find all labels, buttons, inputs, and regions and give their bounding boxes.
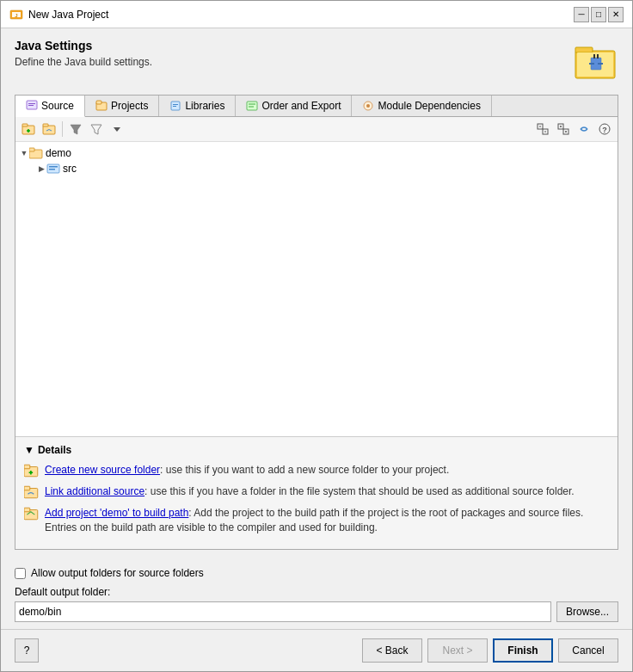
window-icon: J	[9, 8, 23, 22]
output-folder-input-row: Browse...	[15, 601, 618, 622]
src-expand-arrow[interactable]: ▶	[36, 163, 46, 174]
checkbox-row: Allow output folders for source folders	[15, 567, 618, 579]
link-source-btn[interactable]	[40, 120, 58, 139]
back-button[interactable]: < Back	[362, 638, 422, 663]
svg-marker-32	[114, 127, 120, 132]
detail-3-text: Add project 'demo' to build path: Add th…	[45, 506, 609, 535]
tab-order-export[interactable]: Order and Export	[236, 96, 352, 116]
tab-libraries[interactable]: Libraries	[159, 96, 236, 116]
detail-item-1: Create new source folder: use this if yo…	[24, 463, 609, 478]
help-toolbar-btn[interactable]: ?	[595, 120, 614, 139]
tab-source-label: Source	[41, 100, 74, 112]
toolbar-help-icon: ?	[598, 122, 611, 136]
svg-rect-25	[22, 124, 28, 126]
svg-rect-13	[28, 105, 34, 106]
footer-actions: < Back Next > Finish Cancel	[362, 638, 618, 663]
root-expand-arrow[interactable]: ▼	[19, 148, 29, 158]
finish-button[interactable]: Finish	[493, 638, 553, 663]
maximize-button[interactable]: □	[591, 7, 606, 22]
projects-tab-icon	[95, 100, 108, 112]
detail-3-icon	[24, 507, 40, 521]
filter2-btn[interactable]	[87, 120, 106, 139]
allow-output-folders-checkbox[interactable]	[15, 568, 26, 579]
close-button[interactable]: ✕	[608, 7, 624, 22]
tab-source[interactable]: Source	[15, 96, 85, 117]
add-source-folder-btn[interactable]	[19, 120, 38, 139]
svg-rect-8	[597, 54, 599, 59]
folder-settings-icon	[574, 39, 618, 83]
expand-all-icon	[556, 122, 570, 136]
svg-rect-17	[173, 104, 178, 105]
svg-rect-46	[29, 148, 34, 151]
tab-projects[interactable]: Projects	[85, 96, 159, 116]
detail-1-link[interactable]: Create new source folder	[45, 464, 160, 476]
source-tab-icon	[26, 100, 38, 112]
svg-rect-19	[247, 102, 257, 110]
toolbar-right: ?	[533, 120, 614, 139]
title-bar-left: J New Java Project	[9, 8, 108, 22]
page-subtitle: Define the Java build settings.	[15, 56, 152, 68]
detail-3-link[interactable]: Add project 'demo' to build path	[45, 507, 188, 519]
output-folder-input[interactable]	[15, 601, 551, 622]
detail-2-link[interactable]: Link additional source	[45, 485, 144, 497]
allow-output-folders-label[interactable]: Allow output folders for source folders	[31, 567, 204, 579]
browse-button[interactable]: Browse...	[556, 601, 618, 622]
tree-root-item[interactable]: ▼ demo	[19, 145, 614, 161]
tree-area: ▼ demo ▶ src	[15, 142, 618, 436]
window: J New Java Project ─ □ ✕ Java Settings D…	[0, 0, 633, 672]
detail-2-text: Link additional source: use this if you …	[45, 484, 575, 499]
output-folder-row: Default output folder: Browse...	[15, 586, 618, 622]
svg-rect-55	[24, 487, 30, 491]
order-export-tab-icon	[246, 100, 258, 112]
link-btn[interactable]	[575, 120, 593, 139]
filter-btn[interactable]	[66, 120, 85, 139]
tab-libraries-label: Libraries	[185, 100, 224, 112]
footer: ? < Back Next > Finish Cancel	[1, 629, 632, 671]
svg-rect-49	[49, 169, 55, 170]
help-icon: ?	[24, 644, 30, 657]
tab-module-deps-label: Module Dependencies	[378, 100, 480, 112]
title-bar: J New Java Project ─ □ ✕	[1, 1, 632, 28]
collapse-all-btn[interactable]	[533, 120, 552, 139]
detail-2-desc: : use this if you have a folder in the f…	[144, 485, 575, 497]
collapse-all-icon	[536, 122, 550, 136]
detail-1-text: Create new source folder: use this if yo…	[45, 463, 449, 478]
more-dropdown-btn[interactable]	[108, 120, 126, 139]
svg-rect-57	[24, 509, 30, 513]
details-label: Details	[38, 444, 71, 456]
page-title: Java Settings	[15, 39, 152, 52]
svg-marker-31	[91, 125, 101, 134]
details-title[interactable]: ▼ Details	[24, 444, 609, 456]
help-button[interactable]: ?	[15, 638, 39, 663]
svg-rect-4	[575, 47, 593, 52]
tab-module-deps[interactable]: Module Dependencies	[352, 96, 491, 116]
svg-rect-48	[49, 166, 58, 168]
module-deps-tab-icon	[362, 100, 374, 112]
footer-help: ?	[15, 638, 39, 663]
details-expand-icon: ▼	[24, 444, 34, 456]
tree-child-area: ▶ src	[36, 161, 614, 176]
tab-order-export-label: Order and Export	[261, 100, 341, 112]
next-button[interactable]: Next >	[427, 638, 488, 663]
svg-text:?: ?	[602, 126, 607, 134]
link-folder-icon	[42, 122, 56, 136]
cancel-button[interactable]: Cancel	[558, 638, 618, 663]
minimize-button[interactable]: ─	[574, 7, 589, 22]
dropdown-arrow-icon	[110, 122, 124, 136]
svg-rect-9	[589, 63, 594, 65]
svg-rect-18	[173, 106, 176, 107]
link-icon	[577, 122, 591, 136]
src-package-icon	[46, 163, 60, 175]
tab-bar: Source Projects Libraries	[15, 96, 618, 117]
svg-rect-7	[593, 54, 595, 59]
expand-all-btn[interactable]	[554, 120, 573, 139]
tree-src-item[interactable]: ▶ src	[36, 161, 614, 176]
details-section: ▼ Details Create new source folder: use …	[15, 436, 618, 549]
add-folder-icon	[22, 122, 35, 136]
detail-item-3: Add project 'demo' to build path: Add th…	[24, 506, 609, 535]
title-bar-controls: ─ □ ✕	[574, 7, 624, 22]
header-text: Java Settings Define the Java build sett…	[15, 39, 152, 68]
svg-rect-15	[96, 101, 101, 104]
svg-rect-51	[24, 465, 30, 470]
root-folder-icon	[29, 147, 43, 159]
